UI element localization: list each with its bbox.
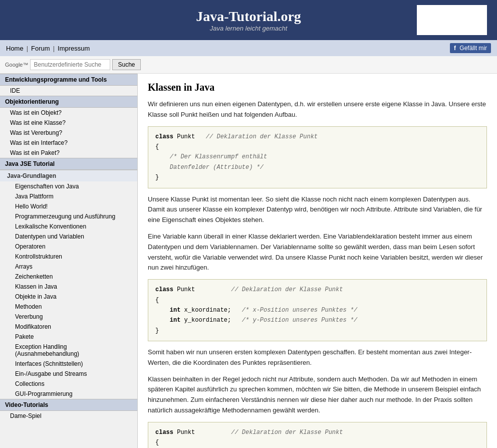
code-line: /* Der Klassenrumpf enthält bbox=[155, 152, 479, 162]
code-line: } bbox=[155, 326, 479, 336]
sidebar-section-entwicklung[interactable]: Entwicklungsprogramme und Tools bbox=[0, 74, 137, 86]
paragraph-1: Wir definieren uns nun einen eigenen Dat… bbox=[148, 99, 487, 120]
sidebar-item-interface[interactable]: Was ist ein Interface? bbox=[0, 138, 137, 148]
sidebar-item-programmerzeugung[interactable]: Programmerzeugung und Ausführung bbox=[0, 211, 137, 221]
sidebar-item-operatoren[interactable]: Operatoren bbox=[0, 242, 137, 252]
main-layout: Entwicklungsprogramme und Tools IDE Obje… bbox=[0, 74, 497, 448]
nav-home[interactable]: Home bbox=[6, 45, 24, 52]
comment: /* x-Position unseres Punktes */ bbox=[242, 307, 357, 314]
sidebar-item-streams[interactable]: Ein-/Ausgabe und Streams bbox=[0, 369, 137, 379]
fb-like-button[interactable]: f Gefällt mir bbox=[450, 43, 491, 53]
code-line: int y_koordinate; /* y-Position unseres … bbox=[155, 315, 479, 325]
navbar: Home | Forum | Impressum f Gefällt mir bbox=[0, 40, 497, 56]
sidebar-item-eigenschaften[interactable]: Eigenschaften von Java bbox=[0, 181, 137, 191]
paragraph-5: Klassen beinhalten in der Regel jedoch n… bbox=[148, 374, 487, 416]
comment: Datenfelder (Attribute) */ bbox=[155, 164, 264, 171]
code-line: } bbox=[155, 172, 479, 182]
sidebar-item-exception[interactable]: Exception Handling (Ausnahmebehandlung) bbox=[0, 342, 137, 359]
comment: /* y-Position unseres Punktes */ bbox=[242, 317, 357, 324]
comment: // Deklaration der Klasse Punkt bbox=[231, 286, 343, 293]
sidebar-item-vererbung2[interactable]: Vererbung bbox=[0, 312, 137, 322]
sidebar-item-objekte-java[interactable]: Objekte in Java bbox=[0, 292, 137, 302]
fb-icon: f bbox=[454, 45, 456, 52]
code-block-2: class Punkt // Deklaration der Klasse Pu… bbox=[148, 279, 487, 341]
sidebar-item-interfaces[interactable]: Interfaces (Schnittstellen) bbox=[0, 359, 137, 369]
code-line: int x_koordinate; /* x-Position unseres … bbox=[155, 305, 479, 315]
nav-sep-2: | bbox=[53, 45, 55, 52]
sidebar-item-lexikalisch[interactable]: Lexikalische Konventionen bbox=[0, 221, 137, 232]
site-header: Java-Tutorial.org Java lernen leicht gem… bbox=[0, 0, 497, 40]
sidebar-item-helloworld[interactable]: Hello World! bbox=[0, 201, 137, 211]
paragraph-2: Unsere Klasse Punkt ist momentan leer. S… bbox=[148, 194, 487, 226]
comment: /* Der Klassenrumpf enthält bbox=[155, 153, 267, 160]
sidebar-section-video[interactable]: Video-Tutorials bbox=[0, 399, 137, 411]
comment: // Deklaration der Klasse Punkt bbox=[231, 429, 343, 436]
nav-forum[interactable]: Forum bbox=[31, 45, 50, 52]
sidebar-section-oo[interactable]: Objektorientierung bbox=[0, 96, 137, 108]
sidebar-item-gui[interactable]: GUI-Programmierung bbox=[0, 389, 137, 399]
code-line: Datenfelder (Attribute) */ bbox=[155, 162, 479, 172]
site-title: Java-Tutorial.org bbox=[196, 9, 301, 25]
site-subtitle: Java lernen leicht gemacht bbox=[196, 25, 301, 32]
content-area: Klassen in Java Wir definieren uns nun e… bbox=[138, 74, 497, 448]
keyword: class bbox=[155, 286, 173, 293]
nav-links: Home | Forum | Impressum bbox=[6, 45, 90, 52]
code-block-1: class Punkt // Deklaration der Klasse Pu… bbox=[148, 126, 487, 188]
google-label: Google™ bbox=[5, 62, 28, 68]
page-title: Klassen in Java bbox=[148, 82, 487, 93]
sidebar-item-dame[interactable]: Dame-Spiel bbox=[0, 411, 137, 421]
code-line: { bbox=[155, 437, 479, 447]
sidebar-item-klasse[interactable]: Was ist eine Klasse? bbox=[0, 118, 137, 128]
nav-impressum[interactable]: Impressum bbox=[58, 45, 90, 52]
sidebar-item-datentypen[interactable]: Datentypen und Variablen bbox=[0, 232, 137, 242]
title-block: Java-Tutorial.org Java lernen leicht gem… bbox=[196, 9, 301, 32]
code-line: class Punkt // Deklaration der Klasse Pu… bbox=[155, 285, 479, 295]
sidebar-item-kontrollstrukturen[interactable]: Kontrollstrukturen bbox=[0, 252, 137, 262]
code-line: { bbox=[155, 142, 479, 152]
fb-label: Gefällt mir bbox=[459, 45, 487, 52]
nav-sep-1: | bbox=[27, 45, 28, 52]
search-input[interactable] bbox=[30, 59, 110, 70]
sidebar-item-modifikatoren[interactable]: Modifikatoren bbox=[0, 322, 137, 332]
paragraph-3: Eine Variable kann überall in einer Klas… bbox=[148, 232, 487, 273]
sidebar-item-vererbung[interactable]: Was ist Vererbung? bbox=[0, 128, 137, 138]
sidebar-item-zeichenketten[interactable]: Zeichenketten bbox=[0, 272, 137, 282]
sidebar-group-grundlagen: Java-Grundlagen bbox=[0, 170, 137, 181]
search-button[interactable]: Suche bbox=[112, 59, 140, 70]
sidebar-section-jse[interactable]: Java JSE Tutorial bbox=[0, 158, 137, 170]
sidebar-item-collections[interactable]: Collections bbox=[0, 379, 137, 389]
sidebar-item-methoden[interactable]: Methoden bbox=[0, 302, 137, 312]
keyword-int: int bbox=[170, 317, 181, 324]
sidebar-item-ide[interactable]: IDE bbox=[0, 86, 137, 96]
logo-box bbox=[417, 5, 487, 35]
code-line: { bbox=[155, 295, 479, 305]
keyword: class bbox=[155, 429, 173, 436]
keyword-int: int bbox=[170, 307, 181, 314]
search-bar: Google™ Suche bbox=[0, 56, 497, 74]
sidebar-item-objekt[interactable]: Was ist ein Objekt? bbox=[0, 108, 137, 118]
keyword: class bbox=[155, 133, 173, 140]
sidebar-item-plattform[interactable]: Java Plattform bbox=[0, 191, 137, 201]
sidebar-item-klassen-java[interactable]: Klassen in Java bbox=[0, 282, 137, 292]
comment: // Deklaration der Klasse Punkt bbox=[206, 133, 318, 140]
sidebar-item-paket[interactable]: Was ist ein Paket? bbox=[0, 148, 137, 158]
code-line: class Punkt // Deklaration der Klasse Pu… bbox=[155, 132, 479, 142]
code-line: class Punkt // Deklaration der Klasse Pu… bbox=[155, 427, 479, 437]
sidebar-item-arrays[interactable]: Arrays bbox=[0, 262, 137, 272]
code-block-3: class Punkt // Deklaration der Klasse Pu… bbox=[148, 422, 487, 448]
paragraph-4: Somit haben wir nun unseren ersten kompl… bbox=[148, 347, 487, 368]
sidebar-item-pakete[interactable]: Pakete bbox=[0, 332, 137, 342]
sidebar: Entwicklungsprogramme und Tools IDE Obje… bbox=[0, 74, 138, 448]
